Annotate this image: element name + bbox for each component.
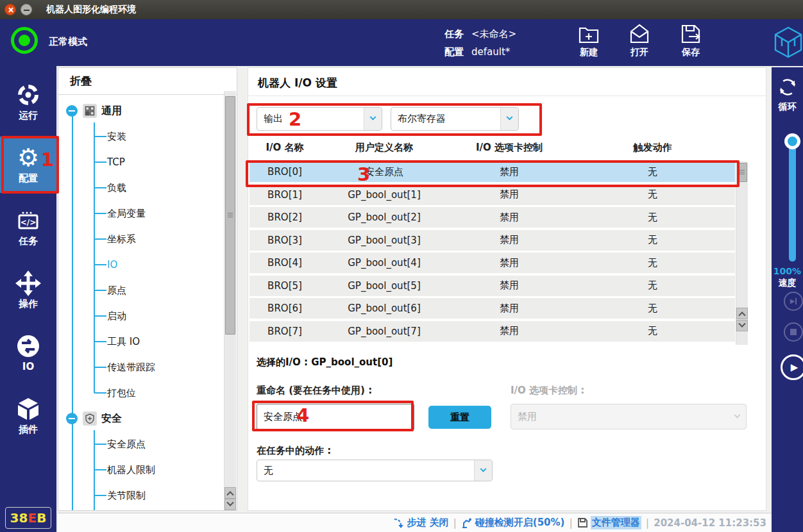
rename-input[interactable] bbox=[257, 404, 414, 430]
tree-item[interactable]: 坐标系 bbox=[58, 228, 221, 251]
io-exchange-icon bbox=[0, 325, 56, 361]
datetime-label: 2024-04-12 11:23:53 bbox=[654, 517, 766, 529]
speed-slider-handle[interactable] bbox=[784, 133, 800, 149]
move-arrows-icon bbox=[0, 262, 56, 298]
step-forward-button[interactable]: ▶ bbox=[784, 292, 803, 311]
tree-item-general[interactable]: 通用 bbox=[58, 99, 221, 122]
save-button[interactable]: 保存 bbox=[671, 22, 711, 58]
col-tab-control: I/O 选项卡控制 bbox=[448, 142, 570, 154]
new-button[interactable]: 新建 bbox=[569, 22, 609, 58]
table-row[interactable]: BRO[2]GP_bool_out[2] 禁用无 bbox=[249, 207, 735, 228]
table-row[interactable]: BRO[3]GP_bool_out[3] 禁用无 bbox=[249, 230, 735, 251]
stop-button[interactable] bbox=[784, 322, 803, 342]
tree-scroll-up-button[interactable] bbox=[224, 487, 236, 499]
brand-cube-logo bbox=[773, 26, 803, 62]
collision-detect-status[interactable]: 碰撞检测开启(50%) bbox=[461, 517, 565, 529]
tree-item[interactable]: TCP bbox=[58, 151, 221, 174]
col-io-name: I/O 名称 bbox=[249, 142, 320, 154]
table-row-bro0[interactable]: BRO[0]安全原点 禁用无 bbox=[249, 162, 735, 182]
io-table-header: I/O 名称 用户定义名称 I/O 选项卡控制 触发动作 bbox=[249, 142, 735, 154]
tree-scrollbar-handle[interactable] bbox=[225, 96, 235, 335]
right-sidebar: 循环 100% 速度 ▶ ▶ bbox=[772, 67, 803, 532]
task-label: 任务 bbox=[444, 28, 464, 40]
cube-icon bbox=[0, 388, 56, 424]
collapse-minus-icon[interactable] bbox=[66, 413, 78, 424]
chevron-down-icon[interactable] bbox=[500, 108, 518, 130]
tree-item[interactable]: 启动 bbox=[58, 304, 221, 328]
table-row[interactable]: BRO[5]GP_bool_out[5] 禁用无 bbox=[249, 276, 735, 296]
register-type-dropdown[interactable]: 布尔寄存器 bbox=[391, 107, 519, 131]
panel-title: 机器人 I/O 设置 bbox=[258, 76, 337, 90]
task-config-block: 任务 <未命名> 配置 default* bbox=[444, 25, 516, 61]
sidebar-item-io[interactable]: IO bbox=[0, 325, 56, 381]
window-titlebar: 机器人图形化编程环境 bbox=[0, 0, 803, 19]
table-row[interactable]: BRO[4]GP_bool_out[4] 禁用无 bbox=[249, 253, 735, 273]
table-scrollbar[interactable] bbox=[736, 162, 748, 345]
tree-item[interactable]: 打包位 bbox=[58, 381, 221, 404]
chevron-down-icon[interactable] bbox=[364, 108, 382, 130]
selected-io-label: 选择的I/O : GP_bool_out[0] bbox=[257, 356, 393, 369]
tree-scroll-down-button[interactable] bbox=[224, 499, 236, 510]
step-arrow-icon bbox=[393, 517, 404, 529]
window-title: 机器人图形化编程环境 bbox=[46, 4, 136, 15]
grid-icon bbox=[83, 104, 97, 118]
table-scrollbar-handle[interactable] bbox=[737, 163, 747, 182]
tree-scrollbar[interactable] bbox=[224, 91, 236, 510]
file-manager-icon bbox=[577, 517, 588, 528]
task-action-dropdown[interactable]: 无 bbox=[257, 460, 493, 481]
tree-item[interactable]: 机器人限制 bbox=[58, 458, 221, 481]
tree-item[interactable]: 传送带跟踪 bbox=[58, 356, 221, 379]
sidebar-item-task[interactable]: </> 任务 bbox=[0, 199, 56, 256]
table-scroll-up-button[interactable] bbox=[736, 308, 748, 319]
sidebar-item-operate[interactable]: 操作 bbox=[0, 262, 56, 319]
col-custom-name: 用户定义名称 bbox=[320, 142, 448, 154]
collapse-minus-icon[interactable] bbox=[66, 105, 78, 117]
table-row[interactable]: BRO[1]GP_bool_out[1] 禁用无 bbox=[249, 185, 735, 205]
status-badge: 38EB bbox=[5, 507, 51, 529]
config-label: 配置 bbox=[444, 46, 464, 58]
tree-item[interactable]: 全局变量 bbox=[58, 202, 221, 225]
open-envelope-icon bbox=[620, 22, 659, 46]
sidebar-item-config[interactable]: ⚙ 配置 bbox=[0, 137, 56, 193]
task-action-label: 在任务中的动作 : bbox=[257, 445, 331, 457]
file-manager-button[interactable]: 文件管理器 bbox=[577, 516, 641, 529]
tree-item[interactable]: 关节限制 bbox=[58, 484, 221, 507]
svg-text:</>: </> bbox=[21, 218, 37, 227]
table-row[interactable]: BRO[7]GP_bool_out[7] 禁用无 bbox=[249, 321, 735, 342]
io-table: BRO[0]安全原点 禁用无 BRO[1]GP_bool_out[1] 禁用无 … bbox=[249, 162, 735, 344]
minimize-icon[interactable] bbox=[21, 4, 32, 15]
stop-icon bbox=[790, 329, 797, 335]
tree-item-safety[interactable]: 安全 bbox=[58, 407, 221, 430]
play-button[interactable]: ▶ bbox=[781, 354, 803, 380]
speed-slider-track[interactable] bbox=[789, 137, 796, 262]
chevron-down-icon bbox=[728, 404, 746, 429]
config-tree: 通用 安装 TCP 负载 全局变量 坐标系 IO 原点 bbox=[58, 96, 237, 510]
tree-item-io[interactable]: IO bbox=[58, 253, 221, 276]
sidebar-item-plugin[interactable]: 插件 bbox=[0, 388, 56, 444]
reset-button[interactable]: 重置 bbox=[428, 406, 491, 429]
tree-item[interactable]: 工具 IO bbox=[58, 330, 221, 353]
tree-item[interactable]: 安全原点 bbox=[58, 433, 221, 456]
io-tab-control-dropdown: 禁用 bbox=[511, 404, 747, 429]
speed-label: 速度 bbox=[772, 278, 803, 289]
app-window: 机器人图形化编程环境 正常模式 任务 <未命名> 配置 default* 新建 bbox=[0, 0, 803, 532]
table-scroll-down-button[interactable] bbox=[736, 320, 748, 331]
close-icon[interactable] bbox=[4, 4, 16, 15]
collapse-header[interactable]: 折叠 bbox=[58, 68, 237, 95]
tree-item[interactable]: 原点 bbox=[58, 279, 221, 302]
io-settings-panel: 机器人 I/O 设置 输出 布尔寄存器 I/O 名称 用户定义名称 I/O 选项… bbox=[248, 67, 766, 511]
table-row[interactable]: BRO[6]GP_bool_out[6] 禁用无 bbox=[249, 298, 735, 319]
new-folder-icon bbox=[569, 22, 609, 46]
sidebar-item-run[interactable]: 运行 bbox=[0, 74, 56, 130]
top-header: 正常模式 任务 <未命名> 配置 default* 新建 bbox=[0, 19, 803, 66]
chevron-down-icon[interactable] bbox=[474, 460, 492, 481]
tree-item[interactable]: 安装 bbox=[58, 125, 221, 148]
loop-control[interactable]: 循环 bbox=[772, 76, 803, 113]
config-tree-panel: 折叠 通用 安装 TCP bbox=[58, 67, 237, 511]
direction-dropdown[interactable]: 输出 bbox=[257, 107, 382, 131]
io-tab-control-label: I/O 选项卡控制 : bbox=[511, 385, 584, 397]
open-button[interactable]: 打开 bbox=[620, 22, 659, 58]
tree-item[interactable]: 负载 bbox=[58, 176, 221, 199]
step-mode-status[interactable]: 步进 关闭 bbox=[393, 517, 448, 529]
rename-label: 重命名 (要在任务中使用) : bbox=[257, 385, 372, 397]
